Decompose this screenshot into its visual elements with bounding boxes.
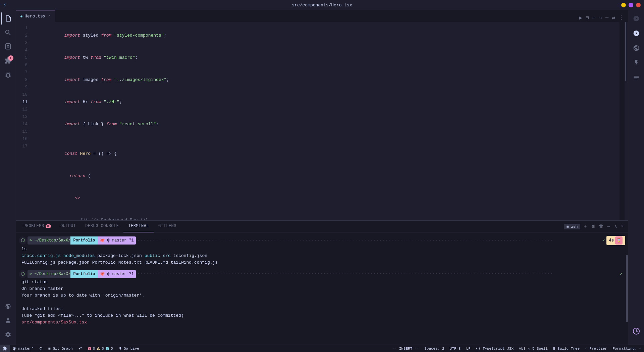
- close-button[interactable]: [636, 3, 641, 7]
- line-num-1: 1: [16, 25, 33, 32]
- right-icon-git[interactable]: [630, 27, 643, 40]
- go-live-text: Go Live: [124, 347, 139, 351]
- status-insert-mode[interactable]: -- INSERT --: [390, 345, 422, 352]
- status-spell[interactable]: Ab| △ 5 Spell: [516, 345, 550, 352]
- maximize-button[interactable]: [629, 3, 633, 7]
- status-go-live[interactable]: Go Live: [116, 345, 142, 352]
- code-area[interactable]: import styled from "styled-components"; …: [33, 22, 620, 220]
- line-num-9: 9: [16, 84, 33, 91]
- activity-account-icon[interactable]: [1, 314, 15, 327]
- line-numbers: 1 2 3 4 5 6 7 8 9 10 11 12 13 14 15 16 1…: [16, 22, 33, 220]
- activity-search-icon[interactable]: [1, 26, 15, 39]
- panel-collapse-icon[interactable]: ∧: [613, 223, 618, 230]
- panel-close-icon[interactable]: ×: [620, 223, 625, 230]
- editor-scrollbar[interactable]: [625, 22, 628, 220]
- terminal-command-1: ls: [16, 246, 625, 253]
- line-num-5: 5: [16, 54, 33, 61]
- status-encoding[interactable]: UTF-8: [447, 345, 464, 352]
- nav-next-icon[interactable]: →: [604, 14, 610, 21]
- panel-scroll-thumb: [626, 255, 628, 322]
- status-formatting[interactable]: Formatting: ✓: [610, 345, 644, 352]
- status-sync[interactable]: [36, 345, 46, 352]
- tab-problems[interactable]: PROBLEMS 5: [19, 221, 56, 232]
- right-icon-outline[interactable]: [630, 12, 643, 25]
- status-git-graph[interactable]: ⊞ Git Graph: [46, 345, 75, 352]
- status-spaces[interactable]: Spaces: 2: [422, 345, 447, 352]
- line-num-10: 10: [16, 91, 33, 98]
- right-icon-spinner[interactable]: [630, 324, 643, 338]
- status-git-merge[interactable]: [75, 345, 85, 352]
- term-check-icon-2: ✓: [620, 271, 623, 277]
- split-editor-icon[interactable]: ⊟: [584, 14, 590, 22]
- nav-back-icon[interactable]: ↩: [591, 14, 597, 22]
- terminal-shell-badge[interactable]: ⊞ zsh: [564, 224, 580, 229]
- status-errors[interactable]: 0 0 5: [85, 345, 116, 352]
- right-icon-timeline[interactable]: [630, 71, 643, 84]
- tab-gitlens-label: GITLENS: [158, 224, 176, 228]
- status-prettier[interactable]: ✓ Prettier: [582, 345, 610, 352]
- code-line-10: {/* //* Background Ray */}: [38, 209, 620, 220]
- right-icon-lightning[interactable]: [630, 56, 643, 70]
- status-line-endings[interactable]: LF: [464, 345, 473, 352]
- tab-debug-label: DEBUG CONSOLE: [85, 224, 119, 228]
- status-git-branch[interactable]: master*: [10, 345, 36, 352]
- status-build-tree[interactable]: E Build Tree: [550, 345, 582, 352]
- activity-settings-icon[interactable]: [1, 328, 15, 341]
- split-terminal-icon[interactable]: ⊟: [590, 223, 596, 230]
- line-num-11: 11: [16, 98, 33, 106]
- activity-remote-icon[interactable]: [1, 300, 15, 313]
- new-terminal-icon[interactable]: ＋: [582, 223, 589, 230]
- insert-mode-text: -- INSERT --: [392, 347, 419, 351]
- line-num-14: 14: [16, 121, 33, 128]
- status-language[interactable]: {} TypeScript JSX: [473, 345, 516, 352]
- terminal-output-2f: src/components/SaxSux.tsx: [16, 319, 625, 326]
- terminal-output-2a: On branch master: [16, 285, 625, 292]
- activity-extensions-icon[interactable]: 1: [1, 54, 15, 68]
- tab-output[interactable]: OUTPUT: [56, 221, 80, 232]
- activity-debug-icon[interactable]: [1, 68, 15, 82]
- code-line-2: import tw from "twin.macro";: [38, 47, 620, 69]
- terminal-command-2: git status: [16, 279, 625, 285]
- line-num-15: 15: [16, 128, 33, 135]
- tab-gitlens[interactable]: GITLENS: [154, 221, 181, 232]
- terminal-output-2c: [16, 299, 625, 306]
- vscode-icon: ⚡: [3, 2, 7, 8]
- title-bar: ⚡ src/components/Hero.tsx: [0, 0, 644, 10]
- problems-badge: 5: [46, 224, 51, 228]
- run-icon[interactable]: ▶: [578, 14, 584, 22]
- term-path-1: ⊳ ~/Desktop/SaxX/: [28, 236, 70, 245]
- tab-bar: ◈ Hero.tsx × ▶ ⊟ ↩ ↪ → ⇄ ⋮: [16, 10, 628, 22]
- panel-body: ⬡ ⊳ ~/Desktop/SaxX/ Portfolio 🐙 ψ master…: [16, 232, 628, 345]
- encoding-text: UTF-8: [450, 347, 461, 351]
- terminal-output-2d: Untracked files:: [16, 306, 625, 312]
- term-dots-1: ········································…: [136, 237, 602, 244]
- line-endings-text: LF: [466, 347, 471, 351]
- more-actions-icon[interactable]: ⋮: [617, 14, 625, 22]
- line-num-13: 13: [16, 113, 33, 121]
- tab-terminal[interactable]: TERMINAL: [123, 221, 154, 232]
- term-git-1: 🐙 ψ master ?1: [98, 236, 136, 245]
- right-icon-remote[interactable]: [630, 41, 643, 55]
- activity-files-icon[interactable]: [1, 12, 15, 25]
- term-folder-1: Portfolio: [70, 236, 98, 245]
- formatting-text: Formatting: ✓: [612, 346, 641, 351]
- error-count: 0: [93, 347, 95, 351]
- terminal-output-2e: (use "git add <file>..." to include in w…: [16, 312, 625, 319]
- activity-source-control-icon[interactable]: [1, 40, 15, 53]
- tab-close-button[interactable]: ×: [48, 13, 51, 19]
- terminal-content[interactable]: ⬡ ⊳ ~/Desktop/SaxX/ Portfolio 🐙 ψ master…: [16, 232, 625, 345]
- tab-debug-console[interactable]: DEBUG CONSOLE: [80, 221, 123, 232]
- status-remote-icon[interactable]: [0, 345, 10, 352]
- nav-forward-icon[interactable]: ↪: [597, 14, 603, 22]
- minimize-button[interactable]: [621, 3, 626, 7]
- code-line-8: return (: [38, 165, 620, 187]
- timer-icon: ⌛: [615, 236, 623, 245]
- term-git-2: 🐙 ψ master ?1: [98, 270, 136, 278]
- kill-terminal-icon[interactable]: 🗑: [597, 223, 605, 230]
- term-folder-2: Portfolio: [70, 270, 98, 278]
- tab-hero-tsx[interactable]: ◈ Hero.tsx ×: [16, 10, 55, 22]
- toggle-panel-icon[interactable]: ⇄: [610, 14, 616, 22]
- terminal-more-icon[interactable]: ⋯: [606, 223, 611, 230]
- activity-bar: 1: [0, 10, 16, 345]
- panel-scrollbar[interactable]: [625, 232, 628, 345]
